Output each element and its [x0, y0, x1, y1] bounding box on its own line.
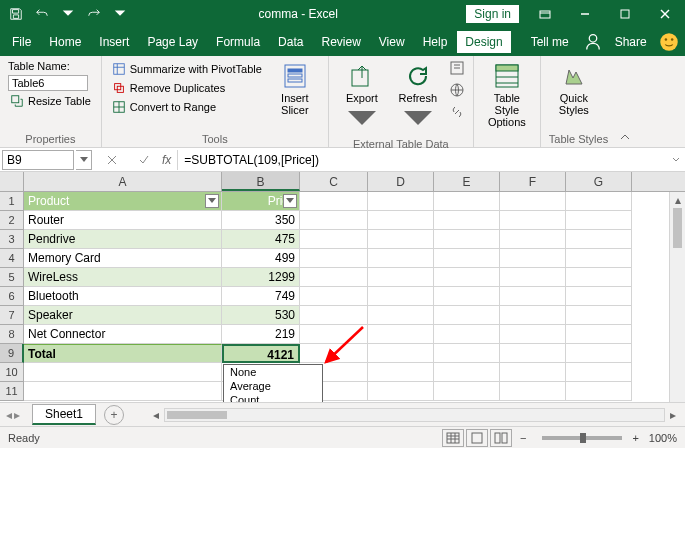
cell[interactable]: Total [24, 344, 222, 363]
tab-formulas[interactable]: Formula [208, 31, 268, 53]
cell[interactable] [500, 344, 566, 363]
scroll-up-icon[interactable]: ▴ [670, 192, 685, 208]
row-header[interactable]: 10 [0, 363, 24, 382]
cell[interactable]: 219 [222, 325, 300, 344]
func-option[interactable]: Count [224, 393, 322, 402]
quick-styles-button[interactable]: Quick Styles [549, 60, 599, 118]
ribbon-display-icon[interactable] [525, 0, 565, 28]
tab-design[interactable]: Design [457, 31, 510, 53]
horizontal-scrollbar[interactable]: ◂ ▸ [164, 408, 665, 422]
tab-help[interactable]: Help [415, 31, 456, 53]
cell[interactable] [434, 211, 500, 230]
row-header[interactable]: 3 [0, 230, 24, 249]
properties-icon[interactable] [449, 60, 465, 76]
cell[interactable]: Product [24, 192, 222, 211]
zoom-in-button[interactable]: + [632, 432, 638, 444]
redo-icon[interactable] [82, 2, 106, 26]
tab-page-layout[interactable]: Page Lay [139, 31, 206, 53]
cell[interactable]: Router [24, 211, 222, 230]
row-header[interactable]: 2 [0, 211, 24, 230]
cell[interactable] [368, 363, 434, 382]
cell[interactable] [434, 344, 500, 363]
row-header[interactable]: 4 [0, 249, 24, 268]
enter-formula-icon[interactable] [132, 150, 156, 170]
cell[interactable] [566, 287, 632, 306]
scroll-left-icon[interactable]: ◂ [149, 409, 163, 421]
cell[interactable] [368, 268, 434, 287]
row-header[interactable]: 11 [0, 382, 24, 401]
cell[interactable] [368, 249, 434, 268]
cell[interactable]: Price [222, 192, 300, 211]
col-header-b[interactable]: B [222, 172, 300, 191]
fx-icon[interactable]: fx [162, 153, 171, 167]
formula-input[interactable] [177, 150, 667, 170]
name-box[interactable] [2, 150, 74, 170]
cell[interactable] [368, 211, 434, 230]
share-button[interactable]: Share [615, 35, 647, 49]
scroll-thumb[interactable] [673, 208, 682, 248]
minimize-button[interactable] [565, 0, 605, 28]
cell[interactable] [434, 249, 500, 268]
refresh-button[interactable]: Refresh [393, 60, 443, 136]
cell[interactable]: Pendrive [24, 230, 222, 249]
cell[interactable] [434, 306, 500, 325]
cell[interactable]: 499 [222, 249, 300, 268]
cell[interactable] [500, 382, 566, 401]
sheet-nav[interactable]: ◂▸ [0, 408, 26, 422]
zoom-slider[interactable] [542, 436, 622, 440]
cell[interactable]: 749 [222, 287, 300, 306]
open-browser-icon[interactable] [449, 82, 465, 98]
cell[interactable] [300, 211, 368, 230]
page-layout-view-icon[interactable] [466, 429, 488, 447]
cell[interactable] [566, 344, 632, 363]
sign-in-button[interactable]: Sign in [466, 5, 519, 23]
func-option[interactable]: None [224, 365, 322, 379]
cell[interactable] [300, 325, 368, 344]
convert-range-button[interactable]: Convert to Range [110, 98, 264, 116]
resize-table-button[interactable]: Resize Table [8, 92, 93, 110]
cell[interactable]: Net Connector [24, 325, 222, 344]
cell[interactable] [300, 249, 368, 268]
cell[interactable]: 1299 [222, 268, 300, 287]
filter-dropdown-icon[interactable] [283, 194, 297, 208]
export-button[interactable]: Export [337, 60, 387, 136]
cell[interactable] [24, 382, 222, 401]
tab-data[interactable]: Data [270, 31, 311, 53]
cell[interactable] [368, 287, 434, 306]
cell[interactable] [566, 306, 632, 325]
hscroll-thumb[interactable] [167, 411, 227, 419]
cell[interactable] [566, 192, 632, 211]
sheet-tab-1[interactable]: Sheet1 [32, 404, 96, 425]
cell[interactable]: WireLess [24, 268, 222, 287]
name-box-dropdown-icon[interactable] [76, 150, 92, 170]
cell[interactable] [300, 344, 368, 363]
cell[interactable]: 475 [222, 230, 300, 249]
unlink-icon[interactable] [449, 104, 465, 120]
cell[interactable] [434, 268, 500, 287]
cell[interactable] [566, 382, 632, 401]
cell[interactable] [500, 306, 566, 325]
cell[interactable] [300, 268, 368, 287]
cell[interactable] [500, 211, 566, 230]
cell[interactable]: Memory Card [24, 249, 222, 268]
func-option[interactable]: Average [224, 379, 322, 393]
filter-dropdown-icon[interactable] [205, 194, 219, 208]
cell[interactable] [300, 230, 368, 249]
save-icon[interactable] [4, 2, 28, 26]
cell[interactable] [500, 249, 566, 268]
maximize-button[interactable] [605, 0, 645, 28]
cell[interactable] [566, 268, 632, 287]
function-dropdown[interactable]: NoneAverageCountCount NumbersMaxMinSumSt… [223, 364, 323, 402]
page-break-view-icon[interactable] [490, 429, 512, 447]
cell[interactable] [300, 306, 368, 325]
cell[interactable] [368, 325, 434, 344]
cell[interactable] [566, 249, 632, 268]
cell[interactable] [500, 268, 566, 287]
scroll-right-icon[interactable]: ▸ [666, 409, 680, 421]
insert-slicer-button[interactable]: Insert Slicer [270, 60, 320, 118]
row-header[interactable]: 6 [0, 287, 24, 306]
normal-view-icon[interactable] [442, 429, 464, 447]
cell[interactable] [300, 192, 368, 211]
cell[interactable] [434, 287, 500, 306]
cell[interactable] [500, 192, 566, 211]
